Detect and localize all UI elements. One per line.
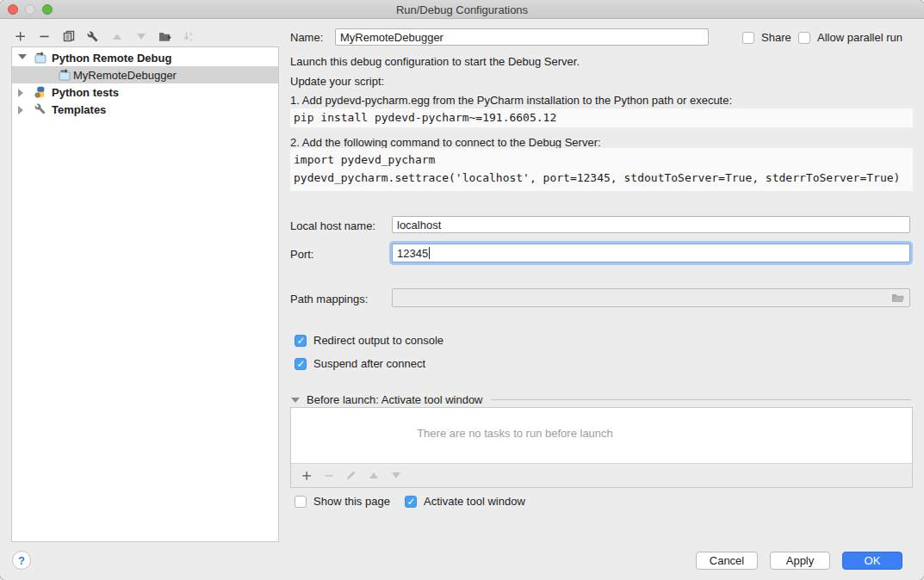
share-checkbox-row: Share (742, 31, 791, 44)
chevron-down-icon[interactable] (18, 54, 27, 59)
settrace-code-line2: pydevd_pycharm.settrace('localhost', por… (294, 169, 913, 187)
activate-tool-window-row: Activate tool window (405, 495, 525, 508)
activate-tool-window-label: Activate tool window (424, 495, 525, 508)
intro-text: Launch this debug configuration to start… (290, 55, 580, 68)
suspend-after-connect-checkbox[interactable] (295, 358, 307, 370)
step2-text: 2. Add the following command to connect … (290, 136, 601, 149)
task-list-toolbar (291, 463, 912, 487)
title-bar: Run/Debug Configurations (0, 0, 924, 19)
allow-parallel-run-checkbox[interactable] (798, 32, 810, 44)
wrench-icon (34, 103, 47, 115)
before-launch-task-list: There are no tasks to run before launch (290, 407, 913, 488)
tree-item-label: Python Remote Debug (52, 52, 171, 65)
task-move-up-icon (367, 469, 380, 482)
path-mappings-label: Path mappings: (290, 293, 368, 305)
local-host-name-label: Local host name: (290, 219, 375, 232)
move-up-icon (110, 30, 123, 43)
allow-parallel-run-label: Allow parallel run (817, 31, 902, 44)
tree-item-label: MyRemoteDebugger (73, 69, 177, 82)
tree-item-python-remote-debug[interactable]: Python Remote Debug (12, 49, 278, 66)
tree-item-python-tests[interactable]: Python tests (12, 83, 278, 101)
port-label: Port: (290, 248, 313, 261)
window-title: Run/Debug Configurations (0, 3, 924, 16)
svg-text:z: z (189, 37, 192, 42)
tree-item-myremotedebugger[interactable]: MyRemoteDebugger (12, 66, 278, 83)
chevron-right-icon[interactable] (18, 106, 23, 114)
task-move-down-icon (389, 469, 402, 482)
ok-button[interactable]: OK (842, 552, 902, 570)
share-label: Share (761, 31, 791, 44)
show-this-page-row: Show this page (295, 495, 390, 508)
edit-task-pencil-icon (344, 469, 357, 482)
empty-task-list-text: There are no tasks to run before launch (291, 427, 739, 440)
port-value: 12345 (397, 247, 428, 260)
before-launch-header[interactable]: Before launch: Activate tool window (291, 393, 911, 406)
configurations-tree: Python Remote Debug MyRemoteDebugger Pyt… (11, 46, 279, 542)
before-launch-title: Before launch: Activate tool window (307, 393, 483, 406)
share-checkbox[interactable] (742, 32, 754, 44)
divider (491, 399, 911, 400)
remove-icon[interactable] (38, 30, 51, 43)
help-question-icon: ? (18, 554, 25, 567)
local-host-name-input[interactable] (392, 216, 910, 233)
path-mappings-field[interactable] (392, 288, 910, 307)
python-tests-icon (34, 86, 47, 98)
show-this-page-checkbox[interactable] (295, 496, 307, 508)
remote-debug-icon (34, 52, 47, 64)
tree-item-templates[interactable]: Templates (12, 101, 278, 118)
svg-text:a: a (189, 31, 193, 36)
remote-debug-icon (59, 69, 71, 81)
pip-install-code: pip install pydevd-pycharm~=191.6605.12 (290, 108, 913, 127)
sort-alphabetically-icon: az (183, 30, 195, 43)
new-folder-icon[interactable] (158, 30, 171, 43)
suspend-after-connect-label: Suspend after connect (313, 357, 425, 370)
allow-parallel-run-checkbox-row: Allow parallel run (798, 31, 902, 44)
run-debug-configurations-dialog: Run/Debug Configurations az (0, 0, 924, 580)
text-caret (429, 247, 430, 259)
tree-item-label: Python tests (52, 86, 119, 99)
collapse-icon[interactable] (291, 398, 300, 403)
configurations-toolbar: az (14, 26, 195, 46)
edit-templates-wrench-icon[interactable] (86, 30, 99, 43)
remove-task-icon (322, 469, 335, 482)
port-input[interactable]: 12345 (392, 244, 910, 262)
browse-folder-icon[interactable] (891, 293, 905, 304)
apply-button[interactable]: Apply (770, 552, 830, 570)
add-task-icon[interactable] (300, 469, 313, 482)
redirect-output-row: Redirect output to console (295, 334, 443, 347)
suspend-after-connect-row: Suspend after connect (295, 357, 425, 370)
show-this-page-label: Show this page (313, 495, 390, 508)
move-down-icon (134, 30, 147, 43)
redirect-output-checkbox[interactable] (295, 335, 307, 347)
name-input[interactable] (335, 28, 709, 46)
tree-item-label: Templates (52, 103, 106, 116)
name-label: Name: (290, 31, 323, 44)
copy-icon[interactable] (62, 30, 75, 43)
settrace-code: import pydevd_pycharm pydevd_pycharm.set… (290, 148, 913, 191)
redirect-output-label: Redirect output to console (313, 334, 443, 347)
step1-text: 1. Add pydevd-pycharm.egg from the PyCha… (290, 94, 732, 107)
cancel-button[interactable]: Cancel (696, 552, 758, 570)
chevron-right-icon[interactable] (18, 89, 23, 97)
update-script-text: Update your script: (290, 75, 384, 88)
activate-tool-window-checkbox[interactable] (405, 496, 417, 508)
help-button[interactable]: ? (12, 551, 31, 570)
add-icon[interactable] (14, 30, 27, 43)
settrace-code-line1: import pydevd_pycharm (294, 151, 913, 169)
